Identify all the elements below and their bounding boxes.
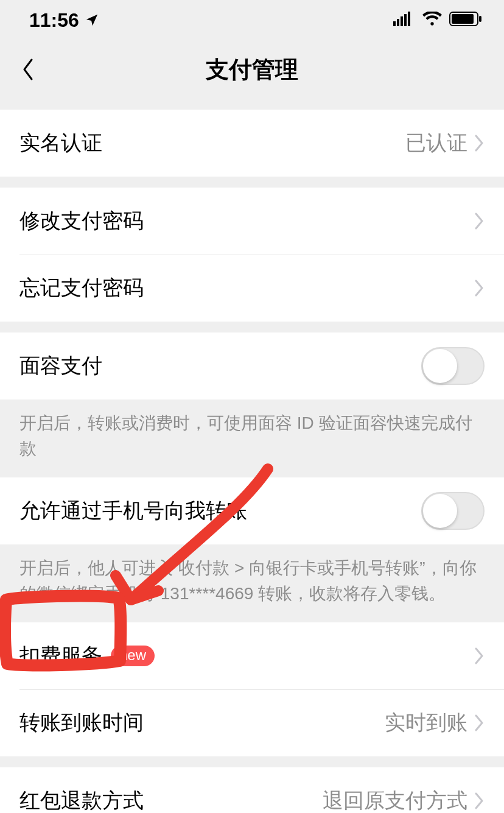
wifi-icon [422,12,442,29]
group-password: 修改支付密码 忘记支付密码 [0,188,504,322]
chevron-right-icon [474,212,485,230]
signal-icon [393,12,415,29]
chevron-right-icon [474,279,485,297]
toggle-knob [423,494,457,528]
group-faceid: 面容支付 [0,333,504,399]
row-allow-phone: 允许通过手机号向我转账 [0,477,504,544]
toggle-knob [423,349,457,383]
faceid-toggle[interactable] [421,347,485,385]
chevron-left-icon [21,57,35,82]
row-value: 退回原支付方式 [323,787,467,813]
new-badge: new [111,646,155,666]
status-bar: 11:56 [0,0,504,40]
row-label: 转账到账时间 [19,709,144,737]
allow-phone-toggle[interactable] [421,492,485,530]
svg-rect-3 [404,14,407,26]
svg-rect-2 [401,16,403,26]
svg-rect-4 [408,12,410,26]
row-faceid: 面容支付 [0,333,504,399]
group-realname: 实名认证 已认证 [0,110,504,177]
status-time: 11:56 [29,9,79,32]
chevron-right-icon [474,792,485,810]
group-allow-phone: 允许通过手机号向我转账 [0,477,504,544]
svg-rect-6 [452,14,474,24]
chevron-right-icon [474,134,485,152]
group-deduct: 扣费服务 new 转账到账时间 实时到账 [0,622,504,756]
row-label: 修改支付密码 [19,207,144,235]
row-refund-method[interactable]: 红包退款方式 退回原支付方式 [0,767,504,813]
group-refund: 红包退款方式 退回原支付方式 [0,767,504,813]
row-change-password[interactable]: 修改支付密码 [0,188,504,255]
row-value: 已认证 [405,129,467,157]
row-value: 实时到账 [385,709,467,737]
status-left: 11:56 [29,9,99,32]
row-arrive-time[interactable]: 转账到账时间 实时到账 [0,689,504,756]
svg-rect-1 [397,19,399,26]
svg-rect-0 [393,21,396,26]
battery-icon [449,12,482,29]
page-title: 支付管理 [206,54,298,85]
row-realname[interactable]: 实名认证 已认证 [0,110,504,177]
row-label: 实名认证 [19,129,102,157]
location-icon [85,9,99,32]
nav-header: 支付管理 [0,40,504,99]
chevron-right-icon [474,714,485,732]
status-right [393,12,482,29]
row-label: 允许通过手机号向我转账 [19,497,247,525]
allow-phone-description: 开启后，他人可进入“收付款 > 向银行卡或手机号转账”，向你的微信绑定手机号 1… [0,544,504,622]
row-forgot-password[interactable]: 忘记支付密码 [0,255,504,322]
svg-rect-7 [479,16,481,22]
row-label: 忘记支付密码 [19,274,144,302]
row-label: 红包退款方式 [19,787,144,813]
faceid-description: 开启后，转账或消费时，可使用面容 ID 验证面容快速完成付款 [0,399,504,477]
back-button[interactable] [15,56,41,83]
row-deduct-service[interactable]: 扣费服务 new [0,622,504,689]
chevron-right-icon [474,647,485,665]
row-label: 面容支付 [19,352,102,380]
row-label: 扣费服务 [19,642,102,670]
